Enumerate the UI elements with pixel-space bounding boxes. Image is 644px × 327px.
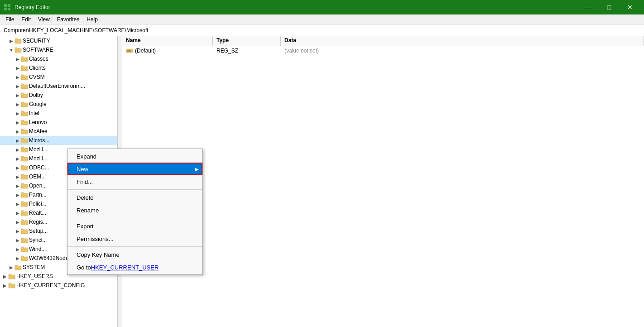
tree-item-security[interactable]: ▶ SECURITY (0, 36, 122, 45)
menu-edit[interactable]: Edit (18, 15, 34, 24)
expand-icon-google: ▶ (14, 101, 21, 107)
expand-icon-intel: ▶ (14, 110, 21, 116)
tree-item-clients[interactable]: ▶ Clients (0, 63, 122, 72)
tree-label-oem: OEM... (29, 173, 46, 180)
folder-icon-intel (21, 110, 28, 116)
row-name: (Default) (135, 48, 156, 54)
app-icon (4, 4, 11, 11)
folder-icon-lenovo (21, 119, 28, 125)
expand-icon-partner: ▶ (14, 192, 21, 198)
ctx-permissions[interactable]: Permissions... (67, 232, 202, 245)
folder-icon-classes (21, 56, 28, 62)
detail-row-default[interactable]: ab (Default) REG_SZ (value not set) (122, 46, 644, 55)
menu-file[interactable]: File (2, 15, 18, 24)
title-bar-left: Registry Editor (4, 4, 50, 11)
col-data: Data (281, 36, 644, 46)
tree-item-software[interactable]: ▼ SOFTWARE (0, 45, 122, 54)
expand-icon-mcafee: ▶ (14, 128, 21, 135)
ctx-separator-3 (67, 246, 202, 247)
ctx-delete[interactable]: Delete (67, 191, 202, 204)
expand-icon-regis: ▶ (14, 219, 21, 225)
value-icon: ab (126, 47, 133, 54)
hkcu-link: HKEY_CURRENT_USER (91, 264, 159, 271)
expand-icon-defaultuserenv: ▶ (14, 83, 21, 89)
minimize-button[interactable]: — (578, 0, 599, 14)
folder-icon-defaultuserenv (21, 83, 28, 89)
folder-icon-wow6432node (21, 255, 28, 261)
tree-label-odbc: ODBC... (29, 164, 49, 171)
address-path: Computer\HKEY_LOCAL_MACHINE\SOFTWARE\Mic… (4, 27, 149, 34)
folder-icon-cvsm (21, 74, 28, 80)
folder-icon-mcafee (21, 128, 28, 135)
tree-label-google: Google (29, 101, 47, 107)
tree-label-software: SOFTWARE (23, 47, 53, 53)
folder-icon-open (21, 183, 28, 189)
tree-item-intel[interactable]: ▶ Intel (0, 109, 122, 118)
tree-item-defaultuserenv[interactable]: ▶ DefaultUserEnvironm... (0, 82, 122, 91)
tree-label-system: SYSTEM (23, 264, 45, 270)
tree-label-microsoft: Micros... (29, 137, 49, 144)
tree-item-mcafee[interactable]: ▶ McAfee (0, 127, 122, 136)
expand-icon-hkeycurrentconfig: ▶ (2, 282, 8, 289)
tree-item-microsoft[interactable]: ▶ Micros... (0, 136, 122, 145)
detail-header: Name Type Data (122, 36, 644, 46)
tree-label-open: Open... (29, 183, 47, 189)
ctx-copy-key-name[interactable]: Copy Key Name (67, 248, 202, 261)
tree-label-defaultuserenv: DefaultUserEnvironm... (29, 83, 85, 89)
svg-text:ab: ab (127, 49, 131, 53)
tree-label-hkeyusers: HKEY_USERS (16, 273, 53, 279)
menu-help[interactable]: Help (83, 15, 101, 24)
close-button[interactable]: ✕ (620, 0, 640, 14)
tree-item-dolby[interactable]: ▶ Dolby (0, 91, 122, 100)
ctx-find[interactable]: Find... (67, 175, 202, 188)
ctx-separator-1 (67, 189, 202, 190)
folder-icon-odbc (21, 164, 28, 171)
expand-icon-sync: ▶ (14, 237, 21, 243)
expand-icon-open: ▶ (14, 183, 21, 189)
tree-label-intel: Intel (29, 110, 39, 116)
ctx-goto-hkcu[interactable]: Go to HKEY_CURRENT_USER (67, 261, 202, 274)
expand-icon-odbc: ▶ (14, 164, 21, 171)
tree-label-partner: Partn... (29, 192, 47, 198)
maximize-button[interactable]: □ (599, 0, 620, 14)
expand-icon-mozilla2: ▶ (14, 155, 21, 162)
ctx-expand[interactable]: Expand (67, 150, 202, 163)
folder-icon-sync (21, 237, 28, 243)
folder-icon-system (14, 264, 22, 270)
menu-favorites[interactable]: Favorites (53, 15, 83, 24)
tree-item-lenovo[interactable]: ▶ Lenovo (0, 118, 122, 127)
folder-icon-clients (21, 65, 28, 71)
ctx-separator-2 (67, 218, 202, 218)
tree-label-realtek: Realt... (29, 210, 46, 216)
svg-rect-3 (8, 8, 10, 10)
expand-icon-hkeyusers: ▶ (2, 273, 8, 279)
tree-label-sync: Syncl... (29, 237, 47, 243)
svg-rect-2 (4, 8, 7, 10)
col-type: Type (213, 36, 281, 46)
folder-icon-microsoft (21, 137, 28, 144)
folder-icon-regis (21, 219, 28, 225)
detail-cell-type: REG_SZ (213, 47, 281, 55)
tree-item-google[interactable]: ▶ Google (0, 100, 122, 109)
folder-icon-software (14, 47, 22, 53)
ctx-new[interactable]: New (67, 163, 202, 175)
tree-label-clients: Clients (29, 65, 46, 71)
ctx-rename[interactable]: Rename (67, 204, 202, 216)
tree-label-windows: Wind... (29, 246, 46, 252)
detail-cell-name: ab (Default) (122, 46, 213, 55)
expand-icon-classes: ▶ (14, 56, 21, 62)
tree-label-security: SECURITY (23, 38, 50, 44)
tree-label-cvsm: CVSM (29, 74, 45, 80)
tree-item-hkeycurrentconfig[interactable]: ▶ HKEY_CURRENT_CONFIG (0, 281, 122, 290)
tree-item-classes[interactable]: ▶ Classes (0, 54, 122, 63)
tree-label-classes: Classes (29, 56, 48, 62)
folder-icon-hkeyusers (8, 273, 15, 279)
expand-icon-mozilla1: ▶ (14, 146, 21, 153)
tree-label-regis: Regis... (29, 219, 48, 225)
tree-label-mcafee: McAfee (29, 128, 48, 135)
ctx-export[interactable]: Export (67, 220, 202, 232)
tree-item-cvsm[interactable]: ▶ CVSM (0, 72, 122, 82)
tree-label-hkeycurrentconfig: HKEY_CURRENT_CONFIG (16, 282, 85, 289)
expand-icon-clients: ▶ (14, 65, 21, 71)
menu-view[interactable]: View (34, 15, 53, 24)
